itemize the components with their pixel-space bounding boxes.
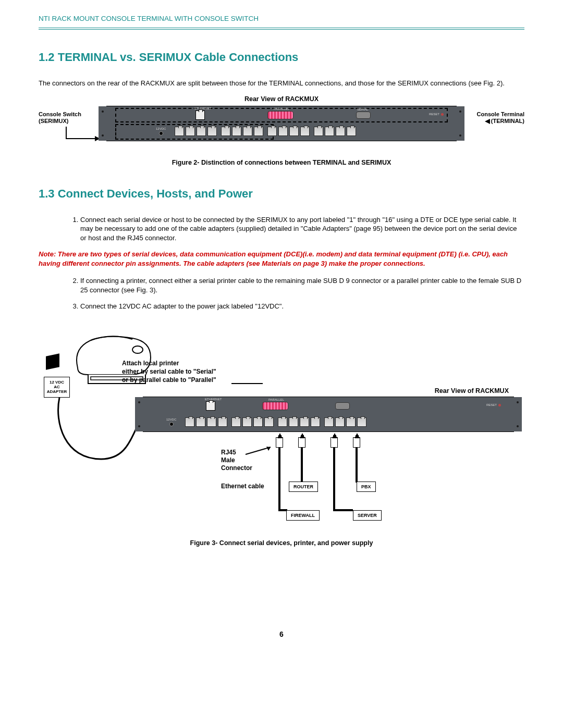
figure3-rear-title: Rear View of RACKMUX <box>435 387 509 394</box>
rj45-port-icon <box>207 127 217 136</box>
rj45-port-icon <box>243 127 252 136</box>
flange-left <box>135 397 143 431</box>
section-1-3-list: Connect each serial device or host to be… <box>80 215 524 243</box>
rj45-port-icon <box>335 417 345 427</box>
rj45-port-icon <box>253 417 263 427</box>
cable-line <box>278 448 280 510</box>
figure2-right-label: Console Terminal (TERMINAL) <box>477 111 524 126</box>
reset-button-icon <box>441 113 444 116</box>
rj45-port-icon <box>314 127 323 136</box>
adapter-line1: 12 VDC <box>44 380 69 385</box>
port-group <box>185 417 227 427</box>
rackmux-rear-device: ETHERNET PARALLEL SERIAL RESET 12VDC <box>106 106 457 141</box>
figure-3: 12 VDC AC ADAPTER Attach local printer e… <box>39 318 524 537</box>
figure3-caption: Figure 3- Connect serial devices, printe… <box>39 539 524 547</box>
screw-hole-icon <box>459 134 461 137</box>
flange-left <box>99 106 107 141</box>
list-item-1: Connect each serial device or host to be… <box>80 215 524 243</box>
arrow-up-icon <box>332 433 337 438</box>
rj45-ports-row <box>185 416 508 428</box>
figure2-right-label-2: (TERMINAL) <box>491 118 524 125</box>
ethernet-port-label: ETHERNET <box>194 107 211 110</box>
figure2-left-label: Console Switch (SERIMUX) <box>39 111 81 126</box>
rj45-port-icon <box>357 417 366 427</box>
rj45-l3: Connector <box>221 464 252 472</box>
adapter-line2: AC <box>44 385 69 389</box>
screw-hole-icon <box>459 110 461 113</box>
rj45-port-icon <box>336 127 345 136</box>
screw-hole-icon <box>138 401 140 403</box>
ac-adapter-box: 12 VDC AC ADAPTER <box>44 377 70 398</box>
rj45-port-icon <box>324 417 334 427</box>
ethernet-cable-label: Ethernet cable <box>221 483 264 490</box>
page-number: 6 <box>39 630 524 638</box>
figure-2: Console Switch (SERIMUX) Console Termina… <box>39 106 524 153</box>
port-group <box>278 417 320 427</box>
flange-right <box>513 397 522 431</box>
port-group <box>231 417 274 427</box>
rj45-plug-icon <box>298 437 305 448</box>
rj45-arrow-icon <box>244 446 276 456</box>
screw-hole-icon <box>517 401 519 403</box>
figure2-rear-title: Rear View of RACKMUX <box>39 95 524 103</box>
power-label: 12VDC <box>156 127 166 130</box>
rj45-plug-icon <box>353 437 360 448</box>
section-1-2-title: 1.2 TERMINAL vs. SERIMUX Cable Connectio… <box>39 51 524 64</box>
rj45-l2: Male <box>221 456 235 464</box>
parallel-port-label: PARALLEL <box>268 398 284 401</box>
rj45-port-icon <box>289 127 299 136</box>
figure2-right-label-1: Console Terminal <box>477 111 524 117</box>
running-head: NTI RACK MOUNT CONSOLE TERMINAL WITH CON… <box>39 15 524 30</box>
svg-point-1 <box>132 346 143 353</box>
rj45-port-icon <box>185 417 194 427</box>
rj45-ports-row <box>175 125 451 138</box>
reset-button-icon <box>498 404 501 406</box>
port-group <box>267 127 310 136</box>
attach-line1: Attach local printer <box>122 360 179 367</box>
port-group <box>324 417 366 427</box>
rj45-port-icon <box>242 417 252 427</box>
printer-icon <box>59 318 164 397</box>
serial-port-icon <box>335 402 350 410</box>
parallel-port-icon <box>262 402 288 410</box>
svg-line-4 <box>246 447 271 454</box>
firewall-box: FIREWALL <box>286 510 320 521</box>
parallel-port-icon <box>267 111 293 119</box>
serial-port-label: SERIAL <box>357 108 368 111</box>
adapter-line3: ADAPTER <box>44 389 69 394</box>
figure2-left-label-2: (SERIMUX) <box>39 118 68 124</box>
attach-arrow-line <box>231 383 263 384</box>
ethernet-port-icon <box>195 110 205 120</box>
arrow-left-icon <box>485 119 490 124</box>
rj45-port-icon <box>254 127 263 136</box>
serial-port-icon <box>356 112 371 119</box>
rj45-port-icon <box>232 127 241 136</box>
screw-hole-icon <box>102 110 104 113</box>
rj45-port-icon <box>207 417 216 427</box>
rj45-port-icon <box>186 127 195 136</box>
ac-plug-icon <box>46 353 59 370</box>
rj45-port-icon <box>175 127 184 136</box>
ethernet-port-icon <box>206 401 215 411</box>
screw-hole-icon <box>517 425 519 427</box>
flange-right <box>456 106 464 141</box>
rj45-plug-icon <box>331 437 338 448</box>
figure2-arrow-line <box>66 127 67 139</box>
figure2-caption: Figure 2- Distinction of connections bet… <box>39 159 524 166</box>
cable-line <box>301 448 303 483</box>
screw-hole-icon <box>138 425 140 427</box>
section-1-3-title: 1.3 Connect Devices, Hosts, and Power <box>39 187 524 201</box>
rj45-port-icon <box>289 417 298 427</box>
top-connectors: ETHERNET PARALLEL <box>206 400 350 412</box>
rj45-port-icon <box>278 127 288 136</box>
reset-label: RESET <box>486 403 497 406</box>
attach-printer-label: Attach local printer either by serial ca… <box>122 359 216 385</box>
rj45-port-icon <box>278 417 287 427</box>
parallel-port-label: PARALLEL <box>274 107 289 110</box>
port-group <box>314 127 356 136</box>
rj45-port-icon <box>347 127 356 136</box>
figure2-arrow-line <box>66 138 96 139</box>
rj45-port-icon <box>231 417 241 427</box>
list-item-3: Connect the 12VDC AC adapter to the powe… <box>80 302 524 311</box>
rj45-port-icon <box>311 417 320 427</box>
